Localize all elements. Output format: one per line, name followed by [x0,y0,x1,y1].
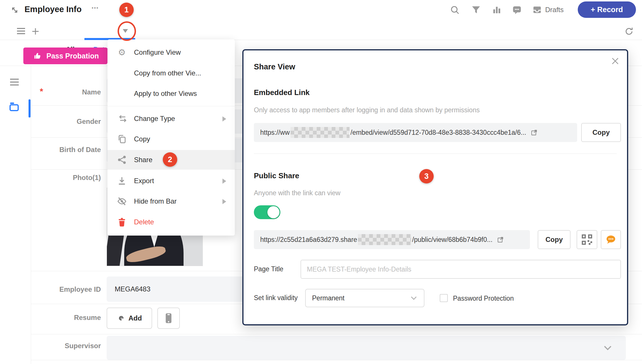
chat-bubble-icon [605,234,617,245]
redacted-domain [290,127,350,138]
view-options-menu: ⚙ Configure View Copy from other Vie... … [107,39,235,236]
redacted-domain [358,234,411,245]
rail-divider [31,66,31,364]
embedded-url-suffix: /embed/view/d559d712-70d8-48e3-8838-3430… [350,129,526,136]
modal-title: Share View [254,62,295,71]
password-protection-checkbox[interactable] [440,294,448,302]
menu-item-apply-to-other-views[interactable]: Apply to other Views [107,84,235,103]
field-label-resume: Resume [35,314,101,322]
qr-code-button[interactable] [577,230,597,249]
page-title: Employee Info [24,5,82,14]
share-icon [117,155,127,165]
menu-item-copy[interactable]: Copy [107,129,235,149]
embedded-link-description: Only access to app members after logging… [254,106,480,114]
chart-icon[interactable] [492,5,502,15]
swap-icon [117,113,127,124]
close-icon[interactable] [611,57,620,65]
pass-probation-button[interactable]: Pass Probation [23,48,107,64]
field-label-employee-id: Employee ID [35,285,101,293]
public-share-description: Anyone with the link can view [254,189,340,197]
submenu-arrow-icon [222,199,226,204]
public-share-heading: Public Share [254,171,299,180]
field-label-name: Name [35,88,101,96]
collapse-icon[interactable] [10,5,20,15]
search-icon[interactable] [450,5,460,15]
page-title-label: Page Title [254,265,283,273]
app-window: Employee Info ••• Drafts + Record 1 [0,0,642,364]
drafts-icon[interactable] [532,5,542,15]
resume-add-label: Add [129,314,142,322]
wechat-share-button[interactable] [601,230,621,249]
thumbs-up-icon [33,52,42,60]
embedded-copy-button[interactable]: Copy [581,123,621,142]
public-link-url[interactable]: https://2c55d21a6a63d279.share /public/v… [254,230,530,249]
field-label-gender: Gender [35,117,101,126]
rail-card-view-icon[interactable] [9,101,20,112]
chevron-down-icon [603,344,613,352]
modal-section-divider [254,153,617,154]
toggle-knob [267,206,280,218]
field-label-supervisor: Supervisor [35,342,101,350]
pass-probation-label: Pass Probation [46,52,99,60]
annotation-step-1: 1 [119,3,134,17]
drafts-label[interactable]: Drafts [545,6,564,14]
qr-icon [581,234,593,245]
public-url-prefix: https://2c55d21a6a63d279.share [260,236,357,244]
annotation-ellipse [118,21,136,41]
message-icon[interactable] [512,5,522,15]
copy-icon [117,134,127,144]
resume-add-button[interactable]: Add [107,308,152,329]
trash-icon [117,217,127,227]
resume-mobile-button[interactable] [157,308,180,329]
supervisor-field[interactable] [107,336,626,360]
embedded-url-prefix: https://ww [260,129,290,136]
eye-off-icon [117,196,127,206]
view-list-icon[interactable] [16,27,26,35]
filter-icon[interactable] [471,5,481,15]
embedded-link-heading: Embedded Link [254,88,310,97]
more-icon[interactable]: ••• [92,5,99,11]
share-view-modal: Share View Embedded Link Only access to … [242,49,628,325]
menu-item-copy-from-other-views[interactable]: Copy from other Vie... [107,63,235,83]
menu-item-export[interactable]: Export [107,171,235,191]
submenu-arrow-icon [222,179,226,184]
annotation-step-2: 2 [163,152,177,167]
record-button[interactable]: + Record [578,1,636,18]
gear-icon: ⚙ [117,47,127,58]
link-validity-value: Permanent [312,294,410,302]
embedded-link-url[interactable]: https://ww /embed/view/d559d712-70d8-48e… [254,123,577,142]
menu-item-configure-view[interactable]: ⚙ Configure View [107,43,235,62]
public-share-toggle[interactable] [254,205,280,219]
link-validity-label: Set link validity [254,294,298,302]
annotation-step-3: 3 [419,169,434,183]
download-icon [117,176,127,186]
add-view-icon[interactable] [31,27,40,36]
rail-active-indicator [29,99,31,117]
menu-item-hide-from-bar[interactable]: Hide from Bar [107,192,235,211]
rail-list-icon[interactable] [10,78,19,86]
public-url-suffix: /public/view/68b6b74b9f0... [412,236,492,244]
paperclip-icon [117,314,126,323]
link-validity-select[interactable]: Permanent [305,289,424,307]
app-header: Employee Info ••• Drafts + Record [0,0,642,20]
public-copy-button[interactable]: Copy [538,230,571,249]
external-link-icon[interactable] [496,236,504,244]
phone-icon [164,312,173,324]
chevron-down-icon [410,295,418,301]
field-label-photo: Photo(1) [35,174,101,182]
password-protection-label: Password Protection [453,295,514,302]
field-label-birth: Birth of Date [35,146,101,154]
page-title-input[interactable] [301,260,621,279]
external-link-icon[interactable] [530,129,538,136]
submenu-arrow-icon [222,116,226,122]
menu-item-change-type[interactable]: Change Type [107,109,235,128]
view-tab-bar: All Details Probation Contacts [0,20,642,40]
refresh-icon[interactable] [624,26,634,36]
menu-item-delete[interactable]: Delete [107,212,235,232]
